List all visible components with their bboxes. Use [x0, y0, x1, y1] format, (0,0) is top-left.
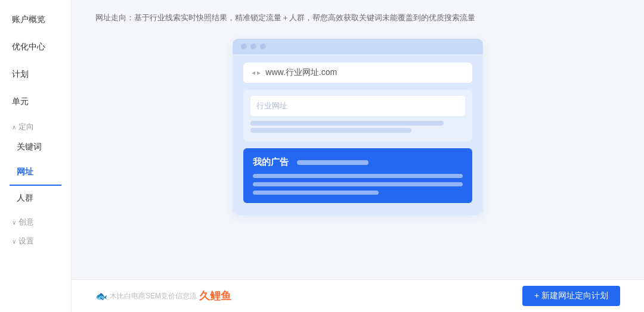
ad-title-line: [297, 160, 369, 165]
main-content: 网址走向：基于行业线索实时快照结果，精准锁定流量＋人群，帮您高效获取关键词未能覆…: [72, 0, 644, 312]
watermark: 🐟 木比白电商SEM竞价信息流 久鲤鱼: [95, 289, 231, 303]
sidebar-label-audience: 人群: [17, 193, 33, 202]
settings-arrow: ∨: [12, 238, 16, 245]
sidebar-section-label-settings: 设置: [18, 236, 34, 247]
content-bar-1: [250, 121, 444, 126]
browser-dot-2: [250, 43, 256, 49]
sidebar-item-keywords[interactable]: 关键词: [0, 135, 71, 160]
watermark-text: 木比白电商SEM竞价信息流: [110, 291, 197, 301]
sidebar-section-creative[interactable]: ∨ 创意: [0, 211, 71, 230]
browser-url-text: www.行业网址.com: [265, 67, 337, 78]
sidebar-label-account-overview: 账户概览: [12, 14, 45, 24]
industry-label-text: 行业网址: [256, 101, 287, 111]
ad-line-2: [253, 182, 463, 186]
sidebar-section-label-targeting: 定向: [18, 121, 34, 132]
add-url-plan-button[interactable]: + 新建网址定向计划: [522, 286, 620, 306]
sidebar-label-plan: 计划: [12, 69, 29, 79]
sidebar-item-plan[interactable]: 计划: [0, 61, 71, 88]
sidebar-item-unit[interactable]: 单元: [0, 88, 71, 116]
sidebar-section-targeting[interactable]: ∧ 定向: [0, 116, 71, 135]
browser-nav-arrows: ◂ ▸: [252, 68, 261, 77]
bottom-bar: 🐟 木比白电商SEM竞价信息流 久鲤鱼 + 新建网址定向计划: [72, 279, 644, 312]
add-button-label: + 新建网址定向计划: [534, 291, 608, 301]
content-bar-2: [250, 128, 411, 133]
ad-title: 我的广告: [253, 157, 463, 168]
sidebar-label-keywords: 关键词: [17, 142, 42, 151]
sidebar-section-settings[interactable]: ∨ 设置: [0, 230, 71, 249]
browser-body: ◂ ▸ www.行业网址.com 行业网址 我的广告: [233, 54, 483, 215]
browser-urlbar: ◂ ▸ www.行业网址.com: [243, 63, 472, 83]
sidebar-item-audience[interactable]: 人群: [0, 186, 71, 211]
watermark-icon: 🐟: [95, 291, 107, 302]
sidebar-item-optimize-center[interactable]: 优化中心: [0, 33, 71, 61]
description-bar: 网址走向：基于行业线索实时快照结果，精准锁定流量＋人群，帮您高效获取关键词未能覆…: [95, 12, 620, 24]
sidebar-section-label-creative: 创意: [18, 217, 34, 227]
industry-label-bar: 行业网址: [250, 96, 465, 116]
description-text: 网址走向：基于行业线索实时快照结果，精准锁定流量＋人群，帮您高效获取关键词未能覆…: [95, 13, 475, 22]
creative-arrow: ∨: [12, 219, 16, 226]
sidebar-item-url[interactable]: 网址: [10, 160, 61, 186]
ad-line-1: [253, 174, 463, 178]
targeting-arrow: ∧: [12, 124, 16, 130]
fish-logo: 久鲤鱼: [199, 289, 231, 303]
browser-mockup: ◂ ▸ www.行业网址.com 行业网址 我的广告: [233, 39, 483, 215]
sidebar-label-url: 网址: [17, 167, 33, 176]
ad-line-3: [253, 191, 379, 195]
browser-dot-3: [260, 43, 266, 49]
sidebar-item-account-overview[interactable]: 账户概览: [0, 6, 71, 33]
sidebar: 账户概览 优化中心 计划 单元 ∧ 定向 关键词 网址 人群 ∨ 创意 ∨ 设置: [0, 0, 72, 312]
browser-dot-1: [241, 43, 247, 49]
content-area: 网址走向：基于行业线索实时快照结果，精准锁定流量＋人群，帮您高效获取关键词未能覆…: [72, 0, 644, 279]
browser-ad: 我的广告: [243, 148, 472, 203]
sidebar-label-optimize-center: 优化中心: [12, 42, 45, 51]
browser-content: 行业网址: [243, 90, 472, 141]
sidebar-label-unit: 单元: [12, 96, 29, 106]
browser-titlebar: [233, 39, 483, 54]
